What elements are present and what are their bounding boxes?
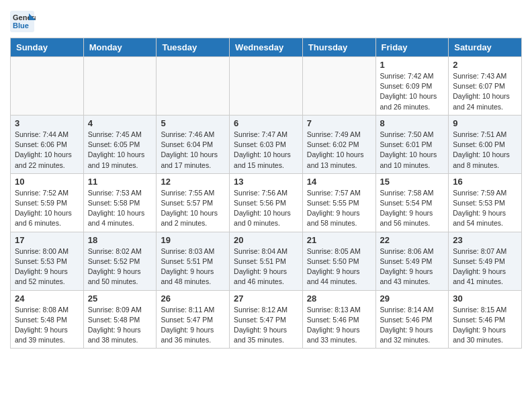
day-info: Sunrise: 7:51 AM Sunset: 6:00 PM Dayligh… (453, 130, 517, 171)
calendar-cell: 14Sunrise: 7:57 AM Sunset: 5:55 PM Dayli… (302, 173, 375, 232)
day-number: 26 (161, 293, 225, 304)
calendar-cell: 13Sunrise: 7:56 AM Sunset: 5:56 PM Dayli… (230, 173, 303, 232)
day-number: 5 (161, 118, 225, 128)
day-info: Sunrise: 7:47 AM Sunset: 6:03 PM Dayligh… (234, 130, 298, 171)
day-info: Sunrise: 7:45 AM Sunset: 6:05 PM Dayligh… (88, 130, 152, 171)
calendar-cell: 12Sunrise: 7:55 AM Sunset: 5:57 PM Dayli… (157, 173, 230, 232)
day-number: 18 (88, 235, 152, 245)
col-header-sunday: Sunday (11, 38, 84, 57)
day-number: 14 (307, 177, 371, 187)
day-number: 1 (380, 60, 445, 70)
calendar-cell: 22Sunrise: 8:06 AM Sunset: 5:49 PM Dayli… (375, 232, 449, 290)
day-info: Sunrise: 7:43 AM Sunset: 6:07 PM Dayligh… (453, 71, 517, 112)
calendar-week-4: 17Sunrise: 8:00 AM Sunset: 5:53 PM Dayli… (11, 232, 522, 290)
day-info: Sunrise: 7:56 AM Sunset: 5:56 PM Dayligh… (234, 188, 298, 229)
col-header-monday: Monday (83, 38, 157, 57)
calendar-cell (302, 57, 375, 116)
page-header: General Blue (10, 7, 522, 32)
calendar-cell: 26Sunrise: 8:11 AM Sunset: 5:47 PM Dayli… (157, 290, 230, 349)
day-info: Sunrise: 7:57 AM Sunset: 5:55 PM Dayligh… (307, 188, 371, 229)
col-header-friday: Friday (375, 38, 449, 57)
day-number: 6 (234, 118, 298, 128)
day-number: 16 (453, 177, 517, 187)
calendar-cell: 11Sunrise: 7:53 AM Sunset: 5:58 PM Dayli… (83, 173, 157, 232)
day-info: Sunrise: 7:58 AM Sunset: 5:54 PM Dayligh… (380, 188, 445, 229)
calendar-week-3: 10Sunrise: 7:52 AM Sunset: 5:59 PM Dayli… (11, 173, 522, 232)
day-info: Sunrise: 7:52 AM Sunset: 5:59 PM Dayligh… (15, 188, 79, 229)
day-number: 15 (380, 177, 445, 187)
day-info: Sunrise: 8:15 AM Sunset: 5:46 PM Dayligh… (453, 305, 517, 346)
day-number: 2 (453, 60, 517, 70)
calendar-cell (83, 57, 157, 116)
day-number: 17 (15, 235, 79, 245)
col-header-tuesday: Tuesday (157, 38, 230, 57)
calendar-cell: 17Sunrise: 8:00 AM Sunset: 5:53 PM Dayli… (11, 232, 84, 290)
svg-text:Blue: Blue (13, 21, 29, 30)
calendar-cell: 19Sunrise: 8:03 AM Sunset: 5:51 PM Dayli… (157, 232, 230, 290)
calendar-cell (157, 57, 230, 116)
day-info: Sunrise: 8:07 AM Sunset: 5:49 PM Dayligh… (453, 246, 517, 287)
day-number: 25 (88, 293, 152, 304)
day-info: Sunrise: 8:02 AM Sunset: 5:52 PM Dayligh… (88, 246, 152, 287)
calendar-cell: 2Sunrise: 7:43 AM Sunset: 6:07 PM Daylig… (449, 57, 522, 116)
day-number: 3 (15, 118, 79, 128)
day-info: Sunrise: 7:55 AM Sunset: 5:57 PM Dayligh… (161, 188, 225, 229)
day-number: 8 (380, 118, 445, 128)
calendar-week-2: 3Sunrise: 7:44 AM Sunset: 6:06 PM Daylig… (11, 115, 522, 173)
day-info: Sunrise: 7:50 AM Sunset: 6:01 PM Dayligh… (380, 130, 445, 171)
day-number: 28 (307, 293, 371, 304)
day-info: Sunrise: 7:44 AM Sunset: 6:06 PM Dayligh… (15, 130, 79, 171)
calendar-cell: 5Sunrise: 7:46 AM Sunset: 6:04 PM Daylig… (157, 115, 230, 173)
calendar-cell: 8Sunrise: 7:50 AM Sunset: 6:01 PM Daylig… (375, 115, 449, 173)
calendar-cell (230, 57, 303, 116)
day-info: Sunrise: 7:49 AM Sunset: 6:02 PM Dayligh… (307, 130, 371, 171)
day-number: 23 (453, 235, 517, 245)
col-header-saturday: Saturday (449, 38, 522, 57)
day-number: 13 (234, 177, 298, 187)
calendar-cell: 1Sunrise: 7:42 AM Sunset: 6:09 PM Daylig… (375, 57, 449, 116)
calendar-header-row: SundayMondayTuesdayWednesdayThursdayFrid… (11, 38, 522, 57)
day-number: 12 (161, 177, 225, 187)
day-number: 11 (88, 177, 152, 187)
calendar-cell: 6Sunrise: 7:47 AM Sunset: 6:03 PM Daylig… (230, 115, 303, 173)
day-number: 7 (307, 118, 371, 128)
calendar-cell: 28Sunrise: 8:13 AM Sunset: 5:46 PM Dayli… (302, 290, 375, 349)
day-info: Sunrise: 7:42 AM Sunset: 6:09 PM Dayligh… (380, 71, 445, 112)
logo-icon: General Blue (10, 11, 36, 32)
day-info: Sunrise: 7:59 AM Sunset: 5:53 PM Dayligh… (453, 188, 517, 229)
calendar-cell: 24Sunrise: 8:08 AM Sunset: 5:48 PM Dayli… (11, 290, 84, 349)
col-header-wednesday: Wednesday (230, 38, 303, 57)
day-info: Sunrise: 8:09 AM Sunset: 5:48 PM Dayligh… (88, 305, 152, 346)
calendar-cell: 3Sunrise: 7:44 AM Sunset: 6:06 PM Daylig… (11, 115, 84, 173)
day-number: 27 (234, 293, 298, 304)
day-info: Sunrise: 8:08 AM Sunset: 5:48 PM Dayligh… (15, 305, 79, 346)
day-info: Sunrise: 8:00 AM Sunset: 5:53 PM Dayligh… (15, 246, 79, 287)
day-info: Sunrise: 8:13 AM Sunset: 5:46 PM Dayligh… (307, 305, 371, 346)
day-number: 10 (15, 177, 79, 187)
day-info: Sunrise: 8:11 AM Sunset: 5:47 PM Dayligh… (161, 305, 225, 346)
calendar-table: SundayMondayTuesdayWednesdayThursdayFrid… (10, 38, 522, 349)
calendar-cell: 10Sunrise: 7:52 AM Sunset: 5:59 PM Dayli… (11, 173, 84, 232)
calendar-week-1: 1Sunrise: 7:42 AM Sunset: 6:09 PM Daylig… (11, 57, 522, 116)
calendar-cell: 23Sunrise: 8:07 AM Sunset: 5:49 PM Dayli… (449, 232, 522, 290)
calendar-week-5: 24Sunrise: 8:08 AM Sunset: 5:48 PM Dayli… (11, 290, 522, 349)
day-info: Sunrise: 8:04 AM Sunset: 5:51 PM Dayligh… (234, 246, 298, 287)
day-info: Sunrise: 7:53 AM Sunset: 5:58 PM Dayligh… (88, 188, 152, 229)
day-number: 21 (307, 235, 371, 245)
calendar-cell: 30Sunrise: 8:15 AM Sunset: 5:46 PM Dayli… (449, 290, 522, 349)
day-info: Sunrise: 8:03 AM Sunset: 5:51 PM Dayligh… (161, 246, 225, 287)
col-header-thursday: Thursday (302, 38, 375, 57)
day-info: Sunrise: 7:46 AM Sunset: 6:04 PM Dayligh… (161, 130, 225, 171)
calendar-cell (11, 57, 84, 116)
day-number: 29 (380, 293, 445, 304)
day-info: Sunrise: 8:06 AM Sunset: 5:49 PM Dayligh… (380, 246, 445, 287)
calendar-cell: 7Sunrise: 7:49 AM Sunset: 6:02 PM Daylig… (302, 115, 375, 173)
calendar-cell: 21Sunrise: 8:05 AM Sunset: 5:50 PM Dayli… (302, 232, 375, 290)
calendar-cell: 15Sunrise: 7:58 AM Sunset: 5:54 PM Dayli… (375, 173, 449, 232)
calendar-cell: 27Sunrise: 8:12 AM Sunset: 5:47 PM Dayli… (230, 290, 303, 349)
calendar-cell: 4Sunrise: 7:45 AM Sunset: 6:05 PM Daylig… (83, 115, 157, 173)
day-number: 4 (88, 118, 152, 128)
calendar-cell: 18Sunrise: 8:02 AM Sunset: 5:52 PM Dayli… (83, 232, 157, 290)
day-number: 22 (380, 235, 445, 245)
calendar-cell: 25Sunrise: 8:09 AM Sunset: 5:48 PM Dayli… (83, 290, 157, 349)
